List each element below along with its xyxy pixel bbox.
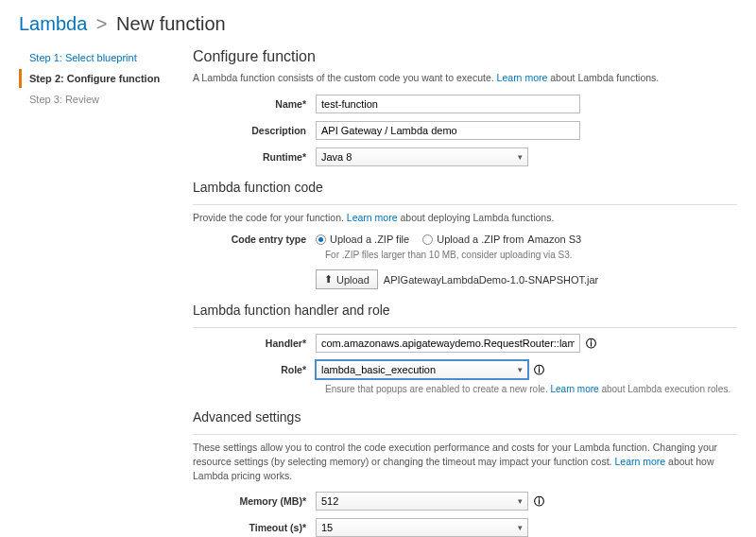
upload-icon: ⬆ xyxy=(324,273,333,286)
handler-input[interactable] xyxy=(316,334,580,353)
sidebar-step-2[interactable]: Step 2: Configure function xyxy=(19,69,170,88)
configure-desc: A Lambda function consists of the custom… xyxy=(193,71,737,85)
learn-more-link[interactable]: Learn more xyxy=(347,212,398,223)
uploaded-filename: APIGatewayLambdaDemo-1.0-SNAPSHOT.jar xyxy=(384,274,598,286)
radio-icon xyxy=(422,234,433,245)
description-input[interactable] xyxy=(316,121,580,140)
runtime-select[interactable]: ▾ xyxy=(316,147,528,166)
code-desc: Provide the code for your function. Lear… xyxy=(193,211,737,225)
upload-button[interactable]: ⬆ Upload xyxy=(316,269,378,289)
learn-more-link[interactable]: Learn more xyxy=(497,72,548,83)
radio-icon xyxy=(316,234,326,245)
breadcrumb-current: New function xyxy=(116,13,226,34)
description-label: Description xyxy=(193,125,316,136)
breadcrumb-root[interactable]: Lambda xyxy=(19,13,87,34)
advanced-title: Advanced settings xyxy=(193,409,737,424)
breadcrumb-sep: > xyxy=(96,13,108,34)
sidebar-step-1[interactable]: Step 1: Select blueprint xyxy=(19,48,170,67)
amazon-s3-link[interactable]: Amazon S3 xyxy=(527,234,581,245)
advanced-desc: These settings allow you to control the … xyxy=(193,441,737,482)
learn-more-link[interactable]: Learn more xyxy=(614,456,665,467)
wizard-sidebar: Step 1: Select blueprint Step 2: Configu… xyxy=(19,48,170,537)
timeout-select[interactable]: ▾ xyxy=(316,518,528,537)
info-icon[interactable]: ⓘ xyxy=(534,494,544,509)
role-label: Role* xyxy=(193,364,316,375)
info-icon[interactable]: ⓘ xyxy=(586,337,596,351)
handler-title: Lambda function handler and role xyxy=(193,303,737,318)
role-select[interactable]: ▾ xyxy=(316,360,528,379)
handler-label: Handler* xyxy=(193,338,316,349)
runtime-label: Runtime* xyxy=(193,151,316,163)
entry-type-label: Code entry type xyxy=(193,234,316,245)
configure-title: Configure function xyxy=(193,48,737,65)
role-hint: Ensure that popups are enabled to create… xyxy=(325,383,737,396)
learn-more-link[interactable]: Learn more xyxy=(551,384,599,394)
radio-upload-s3[interactable]: Upload a .ZIP from Amazon S3 xyxy=(422,234,581,245)
sidebar-step-3[interactable]: Step 3: Review xyxy=(19,90,170,109)
breadcrumb: Lambda > New function xyxy=(19,13,737,35)
timeout-label: Timeout (s)* xyxy=(193,522,316,533)
name-input[interactable] xyxy=(316,95,580,113)
radio-upload-zip[interactable]: Upload a .ZIP file xyxy=(316,234,409,245)
name-label: Name* xyxy=(193,98,316,110)
code-title: Lambda function code xyxy=(193,180,737,195)
upload-hint: For .ZIP files larger than 10 MB, consid… xyxy=(325,249,737,262)
info-icon[interactable]: ⓘ xyxy=(534,363,544,377)
memory-label: Memory (MB)* xyxy=(193,495,316,507)
memory-select[interactable]: ▾ xyxy=(316,492,528,511)
